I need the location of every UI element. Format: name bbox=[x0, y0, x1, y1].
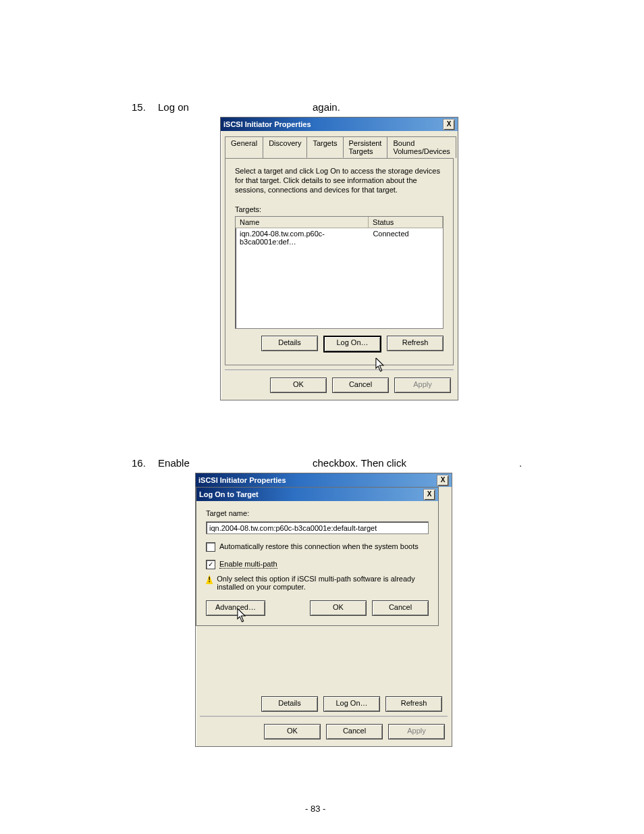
auto-restore-label: Automatically restore this connection wh… bbox=[219, 542, 419, 550]
step-num: 15. bbox=[132, 101, 146, 113]
page-number: - 83 - bbox=[305, 804, 325, 814]
text: again. bbox=[313, 101, 340, 113]
logon-modal: Log On to Target X Target name: iqn.2004… bbox=[196, 487, 439, 626]
ok-button-2[interactable]: OK bbox=[264, 724, 321, 739]
step-16: 16. Enable bbox=[132, 457, 190, 469]
refresh-button[interactable]: Refresh bbox=[385, 696, 442, 712]
apply-button[interactable]: Apply bbox=[394, 377, 451, 393]
ok-button[interactable]: OK bbox=[270, 377, 327, 393]
window-title: iSCSI Initiator Properties bbox=[223, 120, 443, 128]
target-name-label: Target name: bbox=[206, 509, 429, 517]
cancel-button-2[interactable]: Cancel bbox=[326, 724, 383, 739]
details-button[interactable]: Details bbox=[261, 336, 318, 351]
step-15b: again. bbox=[313, 101, 340, 113]
text: Log on bbox=[158, 101, 189, 113]
tab-panel: Select a target and click Log On to acce… bbox=[225, 158, 454, 365]
close-icon[interactable]: X bbox=[437, 475, 449, 486]
ok-button[interactable]: OK bbox=[310, 600, 367, 616]
step-15: 15. Log on bbox=[132, 101, 189, 113]
modal-titlebar: Log On to Target X bbox=[196, 488, 438, 501]
dialog-bottom: OK Cancel Apply bbox=[196, 717, 452, 746]
checkbox-checked-icon[interactable]: ✓ bbox=[206, 560, 215, 569]
step-num: 16. bbox=[132, 457, 146, 469]
cell-name: iqn.2004-08.tw.com.p60c-b3ca0001e:def… bbox=[236, 228, 369, 247]
tab-targets[interactable]: Targets bbox=[306, 136, 343, 158]
enable-multipath-row[interactable]: ✓ Enable multi-path bbox=[206, 560, 429, 569]
modal-title: Log On to Target bbox=[199, 490, 423, 498]
advanced-button[interactable]: Advanced… bbox=[206, 600, 265, 616]
targets-label: Targets: bbox=[235, 205, 444, 213]
text: checkbox. Then click bbox=[313, 457, 406, 469]
warning-text: Only select this option if iSCSI multi-p… bbox=[217, 575, 429, 591]
tab-general[interactable]: General bbox=[225, 136, 263, 158]
close-icon[interactable]: X bbox=[443, 119, 455, 130]
cell-status: Connected bbox=[369, 228, 443, 247]
apply-button[interactable]: Apply bbox=[388, 724, 445, 739]
list-buttons: Details Log On… Refresh bbox=[205, 696, 442, 712]
cancel-button[interactable]: Cancel bbox=[372, 600, 429, 616]
enable-multipath-label: Enable multi-path bbox=[219, 560, 277, 569]
auto-restore-row[interactable]: Automatically restore this connection wh… bbox=[206, 542, 429, 552]
warning-row: ! Only select this option if iSCSI multi… bbox=[206, 575, 429, 591]
step-16c: . bbox=[519, 457, 522, 469]
instruction-text: Select a target and click Log On to acce… bbox=[235, 167, 444, 194]
cancel-button[interactable]: Cancel bbox=[332, 377, 389, 393]
col-name[interactable]: Name bbox=[236, 217, 369, 228]
warning-icon: ! bbox=[206, 575, 213, 584]
window-title: iSCSI Initiator Properties bbox=[198, 476, 437, 484]
text: . bbox=[519, 457, 522, 469]
tab-persistent[interactable]: Persistent Targets bbox=[343, 136, 388, 158]
checkbox-unchecked-icon[interactable] bbox=[206, 542, 215, 552]
dialog-bottom: OK Cancel Apply bbox=[221, 371, 458, 400]
list-buttons: Details Log On… Refresh bbox=[235, 336, 444, 353]
details-button[interactable]: Details bbox=[261, 696, 318, 712]
iscsi-dialog-1: iSCSI Initiator Properties X General Dis… bbox=[220, 117, 458, 400]
tab-row: General Discovery Targets Persistent Tar… bbox=[225, 136, 454, 158]
target-name-field[interactable]: iqn.2004-08.tw.com:p60c-b3ca0001e:defaul… bbox=[206, 521, 429, 534]
list-header: Name Status bbox=[236, 217, 443, 228]
titlebar: iSCSI Initiator Properties X bbox=[221, 118, 458, 131]
modal-body: Target name: iqn.2004-08.tw.com:p60c-b3c… bbox=[196, 501, 438, 625]
refresh-button[interactable]: Refresh bbox=[387, 336, 444, 351]
logon-button[interactable]: Log On… bbox=[323, 336, 381, 353]
text: Enable bbox=[158, 457, 190, 469]
step-16b: checkbox. Then click bbox=[313, 457, 406, 469]
iscsi-dialog-2: iSCSI Initiator Properties X Log On to T… bbox=[195, 473, 452, 747]
tab-bound[interactable]: Bound Volumes/Devices bbox=[387, 136, 456, 158]
col-status[interactable]: Status bbox=[369, 217, 443, 228]
logon-button[interactable]: Log On… bbox=[323, 696, 380, 712]
titlebar: iSCSI Initiator Properties X bbox=[196, 473, 452, 487]
close-icon[interactable]: X bbox=[423, 489, 435, 500]
table-row[interactable]: iqn.2004-08.tw.com.p60c-b3ca0001e:def… C… bbox=[236, 228, 443, 247]
tab-discovery[interactable]: Discovery bbox=[263, 136, 307, 158]
targets-list[interactable]: Name Status iqn.2004-08.tw.com.p60c-b3ca… bbox=[235, 216, 444, 329]
